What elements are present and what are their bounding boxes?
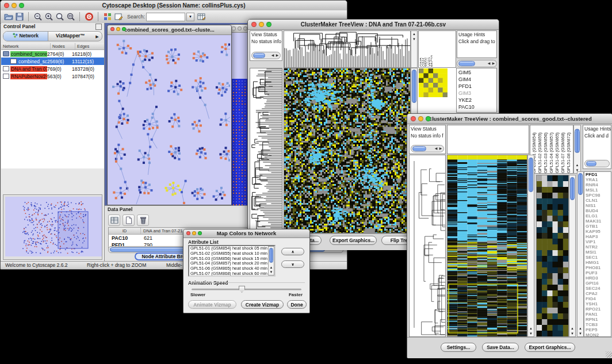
vscroll-thumb[interactable]: [412, 70, 416, 103]
export-graphics-button[interactable]: Export Graphics...: [330, 236, 377, 245]
gene-label[interactable]: HRD3: [586, 275, 611, 281]
move-down-button[interactable]: ∨: [281, 260, 304, 268]
gene-label[interactable]: NIS1: [586, 203, 611, 208]
gene-label[interactable]: GTB1: [586, 224, 611, 229]
dense-network-canvas[interactable]: [229, 33, 248, 205]
col-edges[interactable]: Edges: [75, 43, 104, 49]
zoom-vscrollbar[interactable]: [569, 175, 576, 337]
column-label[interactable]: GPL51-08 (GSM872): [566, 126, 572, 173]
zoom-in-icon[interactable]: [43, 12, 54, 22]
move-up-button[interactable]: ∧: [281, 248, 304, 255]
scroll-thumb[interactable]: [586, 161, 596, 166]
minimize-icon[interactable]: [192, 231, 196, 235]
gene-label[interactable]: SEC24: [586, 286, 611, 291]
traffic-lights[interactable]: [251, 22, 271, 27]
new-doc-icon[interactable]: [123, 214, 135, 226]
column-label[interactable]: GPL51-02 (GSM855): [537, 126, 543, 173]
gene-label[interactable]: MON2: [586, 332, 611, 337]
zoom-out-icon[interactable]: [32, 12, 43, 22]
traffic-lights-inactive[interactable]: [232, 26, 247, 30]
scroll-right-icon[interactable]: [275, 52, 280, 59]
gene-label[interactable]: FIG4: [586, 296, 611, 301]
column-dendrogram-canvas[interactable]: [284, 31, 410, 67]
save-icon[interactable]: [14, 12, 25, 22]
scroll-down-icon[interactable]: [569, 331, 575, 336]
row-dendrogram-canvas[interactable]: [410, 155, 445, 336]
speed-slider-thumb[interactable]: [239, 286, 245, 293]
gene-label[interactable]: RPO21: [586, 306, 611, 312]
gene-label[interactable]: GIM3: [458, 90, 496, 97]
gene-label[interactable]: PEP5: [586, 327, 611, 332]
trash-icon[interactable]: [137, 214, 149, 226]
settings-button[interactable]: Settings...: [441, 343, 476, 352]
scroll-down-icon[interactable]: [269, 270, 274, 275]
dialog-titlebar[interactable]: Map Colors to Network: [183, 229, 309, 238]
cytoscape-titlebar[interactable]: Cytoscape Desktop (Session Name: collins…: [1, 1, 347, 11]
correlation-matrix-canvas[interactable]: [419, 68, 447, 97]
scroll-up-icon[interactable]: [569, 326, 575, 331]
column-mini-scrollbar[interactable]: [411, 30, 418, 68]
zoom-fit-icon[interactable]: [65, 12, 76, 22]
gene-label[interactable]: GIM4: [458, 76, 496, 83]
network-view-titlebar[interactable]: combined_scores_good.txt--cluste...: [108, 25, 231, 35]
scroll-thumb[interactable]: [458, 61, 475, 66]
close-icon[interactable]: [251, 22, 257, 27]
close-icon[interactable]: [186, 231, 190, 235]
scroll-right-icon[interactable]: [438, 145, 443, 152]
scroll-left-icon[interactable]: [434, 145, 438, 152]
traffic-lights[interactable]: [110, 27, 126, 31]
heatmap-vscrollbar[interactable]: [527, 155, 534, 337]
tab-vizmapper[interactable]: VizMapper™: [48, 32, 93, 41]
zoom-window-icon[interactable]: [426, 116, 431, 121]
gene-label[interactable]: BUD4: [586, 208, 611, 213]
gene-label[interactable]: TCB3: [586, 322, 611, 327]
scroll-up-icon[interactable]: [577, 326, 583, 331]
network-row[interactable]: RNAPuberNov2+ 563(0) 107847(0): [1, 72, 104, 80]
labels-vscrollbar[interactable]: [573, 125, 581, 174]
network-row[interactable]: combined_sco 2569(6) 13112(15): [1, 58, 104, 65]
minimize-icon[interactable]: [116, 27, 120, 31]
gene-label[interactable]: VIP1: [586, 239, 611, 244]
scroll-left-icon[interactable]: [487, 60, 491, 67]
gene-list-vscrollbar[interactable]: [577, 171, 584, 337]
zoom-window-icon[interactable]: [19, 3, 24, 8]
vizmapper-icon[interactable]: [102, 12, 113, 22]
view-status-scrollbar[interactable]: [251, 52, 281, 59]
close-icon[interactable]: [4, 3, 9, 8]
help-ring-icon[interactable]: [83, 12, 94, 22]
treeview1-titlebar[interactable]: ClusterMaker TreeView : DNA and Tran 07-…: [248, 20, 499, 30]
save-data-button[interactable]: Save Data...: [482, 343, 519, 352]
network-view-canvas[interactable]: [108, 35, 230, 204]
float-panel-icon[interactable]: [95, 24, 102, 30]
vscroll-thumb[interactable]: [570, 177, 575, 200]
heatmap-canvas[interactable]: [447, 155, 527, 336]
view-status-scrollbar[interactable]: [411, 145, 444, 152]
traffic-lights[interactable]: [4, 3, 24, 8]
gene-label[interactable]: YSH1: [586, 301, 611, 306]
gene-label[interactable]: HMG1: [586, 260, 611, 265]
gene-label[interactable]: MAK31: [586, 219, 611, 224]
tab-network[interactable]: Network: [3, 32, 48, 41]
gene-label[interactable]: NTR2: [586, 244, 611, 250]
close-icon[interactable]: [110, 27, 114, 31]
close-icon[interactable]: [411, 116, 416, 121]
col-nodes[interactable]: Nodes: [51, 43, 75, 49]
gene-label[interactable]: GIM5: [458, 69, 496, 76]
scroll-up-icon[interactable]: [411, 32, 417, 37]
col-network[interactable]: Network: [1, 43, 51, 49]
gene-label[interactable]: MSI1: [586, 250, 611, 255]
column-label[interactable]: GPL51-03 (GSM856): [543, 126, 549, 173]
column-label[interactable]: GPL51-07 (GSM868): [560, 126, 566, 173]
vscroll-thumb[interactable]: [575, 129, 580, 153]
gene-label[interactable]: SPC98: [586, 193, 611, 198]
scroll-thumb[interactable]: [253, 53, 265, 58]
column-label[interactable]: PAC10: [430, 32, 433, 67]
gene-label[interactable]: CPA2: [586, 291, 611, 296]
usage-hints-scrollbar[interactable]: [457, 60, 497, 67]
vscroll-thumb[interactable]: [529, 158, 533, 192]
zoom-view-canvas[interactable]: [537, 175, 568, 336]
gene-label[interactable]: MSL1: [586, 187, 611, 193]
scroll-right-icon[interactable]: [491, 60, 496, 67]
column-dendrogram-panel[interactable]: [447, 125, 529, 154]
minimize-icon[interactable]: [12, 3, 17, 8]
